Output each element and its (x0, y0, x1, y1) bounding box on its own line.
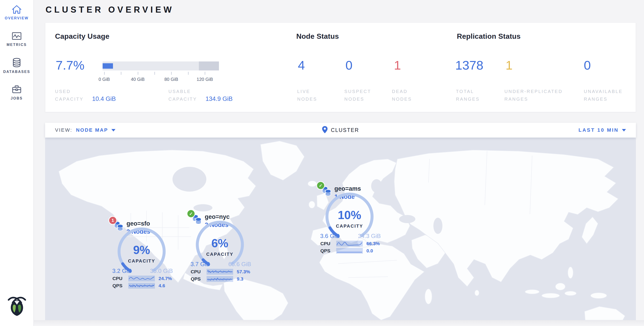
dead-node-badge: 1 (108, 216, 117, 225)
breadcrumb[interactable]: CLUSTER (322, 126, 359, 134)
axis-tick (171, 72, 172, 75)
dead-nodes-label: DEAD NODES (392, 88, 412, 103)
sidebar-item-metrics[interactable]: METRICS (0, 26, 33, 53)
qps-sparkline (336, 248, 363, 254)
cpu-label: CPU (316, 241, 330, 247)
cpu-sparkline (206, 269, 233, 275)
time-range-value: LAST 10 MIN (578, 127, 619, 133)
qps-label: QPS (316, 248, 330, 254)
cpu-label: CPU (108, 276, 122, 281)
view-selector[interactable]: NODE MAP (76, 127, 116, 133)
sidebar-item-label: METRICS (0, 43, 33, 47)
locality-used-capacity: 3.7 GiB (187, 261, 214, 268)
dead-nodes-count: 1 (394, 59, 401, 72)
sidebar-item-overview[interactable]: OVERVIEW (0, 0, 33, 26)
replication-status-title: Replication Status (457, 32, 521, 40)
total-ranges-count: 1378 (455, 59, 484, 72)
time-range-selector[interactable]: LAST 10 MIN (578, 127, 626, 133)
map-toolbar: VIEW: NODE MAP CLUSTER LAST 10 MIN (45, 123, 636, 138)
qps-value: 9.3 (237, 276, 243, 282)
axis-tick (154, 72, 155, 75)
usable-capacity-value: 134.9 GiB (206, 95, 233, 103)
locality-used-capacity: 3.6 GiB (316, 233, 344, 240)
sidebar-item-label: JOBS (0, 96, 33, 100)
capacity-gauge-percent: 10% (322, 208, 376, 222)
usable-capacity-label: USABLE CAPACITY (168, 88, 197, 103)
suspect-nodes-label: SUSPECT NODES (344, 88, 371, 103)
home-icon (0, 4, 33, 14)
locality-used-capacity: 3.2 GiB (108, 267, 136, 274)
view-selector-value: NODE MAP (76, 127, 108, 133)
used-capacity-value: 10.4 GiB (92, 95, 116, 103)
total-ranges-label: TOTAL RANGES (456, 88, 480, 103)
cpu-label: CPU (187, 269, 201, 275)
live-nodes-count: 4 (298, 59, 305, 72)
under-replicated-label: UNDER-REPLICATED RANGES (504, 88, 562, 103)
sidebar-item-databases[interactable]: DATABASES (0, 53, 33, 80)
axis-tick-label: 120 GiB (197, 77, 213, 82)
locality-ams[interactable]: ✓ geo=ams 1 Node 10% CAPACITY 3.6 GiB 34… (316, 181, 424, 256)
capacity-bar-axis: 0 GiB40 GiB80 GiB120 GiB (102, 72, 219, 85)
cpu-value: 24.7% (158, 276, 172, 281)
axis-tick-label: 0 GiB (98, 77, 110, 82)
sidebar-item-label: DATABASES (0, 70, 33, 74)
suspect-nodes-count: 0 (346, 59, 352, 72)
metrics-icon (0, 31, 33, 41)
bottom-strip (0, 320, 644, 326)
axis-tick (138, 72, 138, 75)
capacity-bar-reserved (199, 61, 219, 70)
cpu-value: 57.3% (237, 269, 250, 275)
chevron-down-icon (622, 129, 626, 132)
node-map: 1 geo=sfo 2 Nodes 9% CAPACITY 3.2 GiB 35… (45, 138, 636, 320)
sidebar-item-label: OVERVIEW (0, 16, 33, 20)
cpu-sparkline (336, 241, 363, 247)
unavailable-ranges-label: UNAVAILABLE RANGES (584, 88, 622, 103)
healthy-check-icon: ✓ (316, 181, 325, 190)
cockroach-logo (6, 295, 28, 317)
qps-value: 4.6 (158, 283, 165, 289)
unavailable-ranges-count: 0 (584, 59, 591, 72)
location-pin-icon (322, 126, 328, 134)
capacity-bar-used (102, 63, 113, 69)
axis-tick (188, 72, 188, 75)
page-title: CLUSTER OVERVIEW (46, 5, 174, 15)
axis-tick (121, 72, 121, 75)
sidebar-item-jobs[interactable]: JOBS (0, 80, 33, 106)
axis-tick-label: 80 GiB (164, 77, 178, 82)
healthy-check-icon: ✓ (187, 209, 195, 218)
qps-sparkline (128, 283, 155, 289)
cpu-sparkline (128, 276, 155, 281)
node-status-title: Node Status (296, 32, 339, 40)
used-capacity: USED CAPACITY 10.4 GiB (55, 88, 116, 103)
chevron-down-icon (112, 129, 116, 132)
qps-label: QPS (187, 276, 201, 282)
locality-nyc[interactable]: ✓ geo=nyc 2 Nodes 6% CAPACITY 3.7 GiB 65… (187, 209, 295, 284)
axis-tick (205, 72, 205, 75)
usable-capacity: USABLE CAPACITY 134.9 GiB (168, 88, 233, 103)
qps-label: QPS (108, 283, 122, 289)
capacity-gauge-label: CAPACITY (114, 258, 169, 264)
locality-total-capacity: 34.3 GiB (355, 233, 384, 240)
used-capacity-label: USED CAPACITY (55, 88, 84, 103)
live-nodes-label: LIVE NODES (297, 88, 317, 103)
view-label: VIEW: (55, 127, 72, 133)
breadcrumb-label: CLUSTER (331, 127, 359, 133)
capacity-usage-title: Capacity Usage (55, 32, 109, 40)
axis-tick (104, 72, 105, 75)
database-icon (0, 58, 33, 68)
locality-total-capacity: 35.0 GiB (147, 267, 176, 274)
capacity-gauge-percent: 9% (114, 243, 169, 257)
qps-value: 0.0 (366, 248, 373, 254)
under-replicated-count: 1 (506, 59, 512, 72)
locality-total-capacity: 65.6 GiB (225, 261, 254, 268)
capacity-percent: 7.7% (56, 59, 84, 72)
capacity-gauge-label: CAPACITY (322, 224, 376, 229)
cpu-value: 66.3% (366, 241, 380, 247)
briefcase-icon (0, 84, 33, 95)
capacity-gauge-label: CAPACITY (193, 252, 247, 257)
capacity-gauge-percent: 6% (193, 236, 247, 250)
axis-tick-label: 40 GiB (131, 77, 144, 82)
capacity-bar (102, 61, 219, 70)
sidebar: OVERVIEW METRICS DATABASES (0, 0, 34, 326)
cluster-summary-card: Capacity Usage 7.7% 0 GiB40 GiB80 GiB120… (45, 22, 636, 112)
